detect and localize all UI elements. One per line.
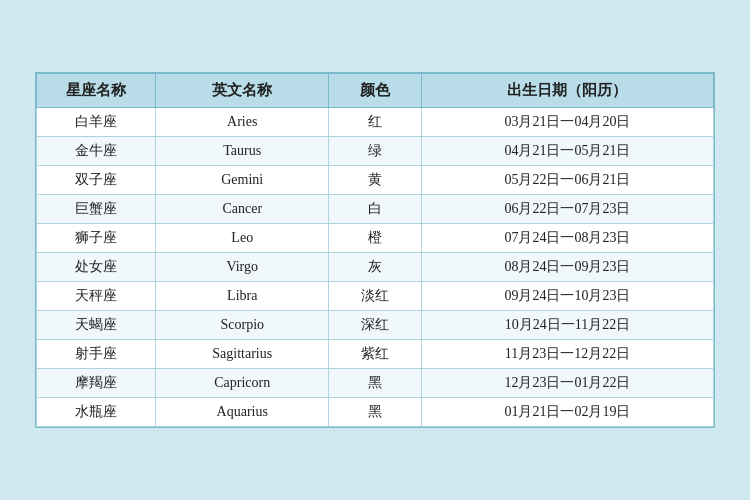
table-row: 处女座Virgo灰08月24日一09月23日 <box>37 253 714 282</box>
table-row: 白羊座Aries红03月21日一04月20日 <box>37 108 714 137</box>
table-row: 双子座Gemini黄05月22日一06月21日 <box>37 166 714 195</box>
cell-english: Libra <box>156 282 329 311</box>
cell-date: 07月24日一08月23日 <box>421 224 713 253</box>
cell-chinese: 狮子座 <box>37 224 156 253</box>
table-row: 狮子座Leo橙07月24日一08月23日 <box>37 224 714 253</box>
table-header-row: 星座名称 英文名称 颜色 出生日期（阳历） <box>37 74 714 108</box>
cell-english: Aquarius <box>156 398 329 427</box>
cell-color: 黄 <box>329 166 422 195</box>
cell-english: Aries <box>156 108 329 137</box>
header-color: 颜色 <box>329 74 422 108</box>
table-body: 白羊座Aries红03月21日一04月20日金牛座Taurus绿04月21日一0… <box>37 108 714 427</box>
cell-chinese: 水瓶座 <box>37 398 156 427</box>
cell-date: 11月23日一12月22日 <box>421 340 713 369</box>
zodiac-table: 星座名称 英文名称 颜色 出生日期（阳历） 白羊座Aries红03月21日一04… <box>36 73 714 427</box>
zodiac-table-container: 星座名称 英文名称 颜色 出生日期（阳历） 白羊座Aries红03月21日一04… <box>35 72 715 428</box>
cell-chinese: 处女座 <box>37 253 156 282</box>
cell-color: 黑 <box>329 369 422 398</box>
table-row: 水瓶座Aquarius黑01月21日一02月19日 <box>37 398 714 427</box>
table-row: 射手座Sagittarius紫红11月23日一12月22日 <box>37 340 714 369</box>
cell-date: 08月24日一09月23日 <box>421 253 713 282</box>
cell-english: Cancer <box>156 195 329 224</box>
cell-color: 深红 <box>329 311 422 340</box>
cell-date: 05月22日一06月21日 <box>421 166 713 195</box>
cell-color: 紫红 <box>329 340 422 369</box>
cell-date: 04月21日一05月21日 <box>421 137 713 166</box>
cell-date: 01月21日一02月19日 <box>421 398 713 427</box>
cell-date: 12月23日一01月22日 <box>421 369 713 398</box>
cell-english: Gemini <box>156 166 329 195</box>
cell-date: 10月24日一11月22日 <box>421 311 713 340</box>
cell-english: Scorpio <box>156 311 329 340</box>
cell-chinese: 白羊座 <box>37 108 156 137</box>
table-row: 巨蟹座Cancer白06月22日一07月23日 <box>37 195 714 224</box>
header-date: 出生日期（阳历） <box>421 74 713 108</box>
table-row: 天秤座Libra淡红09月24日一10月23日 <box>37 282 714 311</box>
cell-english: Taurus <box>156 137 329 166</box>
table-row: 天蝎座Scorpio深红10月24日一11月22日 <box>37 311 714 340</box>
cell-english: Capricorn <box>156 369 329 398</box>
cell-chinese: 摩羯座 <box>37 369 156 398</box>
cell-color: 绿 <box>329 137 422 166</box>
cell-chinese: 天蝎座 <box>37 311 156 340</box>
cell-date: 06月22日一07月23日 <box>421 195 713 224</box>
cell-color: 灰 <box>329 253 422 282</box>
cell-color: 淡红 <box>329 282 422 311</box>
table-row: 金牛座Taurus绿04月21日一05月21日 <box>37 137 714 166</box>
cell-chinese: 巨蟹座 <box>37 195 156 224</box>
cell-color: 红 <box>329 108 422 137</box>
cell-english: Leo <box>156 224 329 253</box>
cell-color: 白 <box>329 195 422 224</box>
header-english: 英文名称 <box>156 74 329 108</box>
cell-date: 09月24日一10月23日 <box>421 282 713 311</box>
cell-english: Sagittarius <box>156 340 329 369</box>
cell-chinese: 金牛座 <box>37 137 156 166</box>
cell-date: 03月21日一04月20日 <box>421 108 713 137</box>
cell-chinese: 双子座 <box>37 166 156 195</box>
table-row: 摩羯座Capricorn黑12月23日一01月22日 <box>37 369 714 398</box>
cell-english: Virgo <box>156 253 329 282</box>
header-chinese: 星座名称 <box>37 74 156 108</box>
cell-color: 黑 <box>329 398 422 427</box>
cell-chinese: 天秤座 <box>37 282 156 311</box>
cell-color: 橙 <box>329 224 422 253</box>
cell-chinese: 射手座 <box>37 340 156 369</box>
